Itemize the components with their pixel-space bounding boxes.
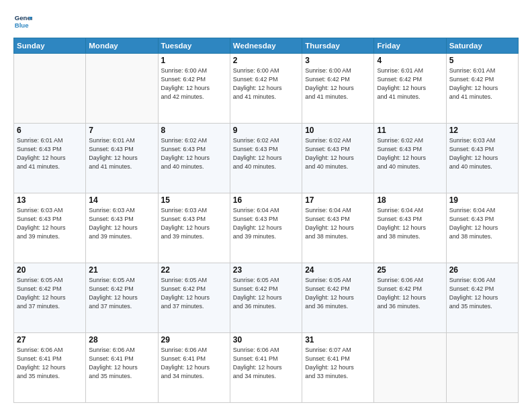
day-number: 8 (161, 126, 227, 135)
calendar-cell: 6Sunrise: 6:01 AM Sunset: 6:43 PM Daylig… (14, 124, 86, 193)
header: General Blue (13, 12, 519, 31)
calendar-cell: 8Sunrise: 6:02 AM Sunset: 6:43 PM Daylig… (158, 124, 230, 193)
calendar-cell (14, 54, 86, 124)
weekday-monday: Monday (86, 38, 158, 54)
day-number: 31 (305, 335, 371, 345)
day-info: Sunrise: 6:06 AM Sunset: 6:42 PM Dayligh… (377, 276, 443, 311)
week-row-4: 20Sunrise: 6:05 AM Sunset: 6:42 PM Dayli… (14, 263, 519, 333)
day-info: Sunrise: 6:05 AM Sunset: 6:42 PM Dayligh… (161, 276, 227, 311)
day-number: 12 (449, 126, 515, 135)
day-number: 9 (233, 126, 299, 135)
calendar-cell: 30Sunrise: 6:06 AM Sunset: 6:41 PM Dayli… (230, 333, 302, 403)
day-number: 29 (161, 335, 227, 345)
weekday-thursday: Thursday (302, 38, 374, 54)
weekday-wednesday: Wednesday (230, 38, 302, 54)
day-info: Sunrise: 6:05 AM Sunset: 6:42 PM Dayligh… (305, 276, 371, 311)
calendar-cell: 27Sunrise: 6:06 AM Sunset: 6:41 PM Dayli… (14, 333, 86, 403)
calendar-cell: 19Sunrise: 6:04 AM Sunset: 6:43 PM Dayli… (446, 193, 518, 263)
week-row-5: 27Sunrise: 6:06 AM Sunset: 6:41 PM Dayli… (14, 333, 519, 403)
day-number: 15 (161, 195, 227, 205)
day-info: Sunrise: 6:05 AM Sunset: 6:42 PM Dayligh… (17, 276, 83, 311)
day-info: Sunrise: 6:03 AM Sunset: 6:43 PM Dayligh… (89, 206, 154, 241)
day-info: Sunrise: 6:01 AM Sunset: 6:42 PM Dayligh… (377, 66, 443, 101)
calendar-cell: 15Sunrise: 6:03 AM Sunset: 6:43 PM Dayli… (158, 193, 230, 263)
calendar-cell: 1Sunrise: 6:00 AM Sunset: 6:42 PM Daylig… (158, 54, 230, 124)
day-number: 16 (233, 195, 299, 205)
calendar-cell: 24Sunrise: 6:05 AM Sunset: 6:42 PM Dayli… (302, 263, 374, 333)
day-number: 14 (89, 195, 154, 205)
day-number: 18 (377, 195, 443, 205)
day-info: Sunrise: 6:01 AM Sunset: 6:43 PM Dayligh… (17, 136, 83, 171)
day-number: 17 (305, 195, 371, 205)
day-number: 2 (233, 56, 299, 65)
day-info: Sunrise: 6:00 AM Sunset: 6:42 PM Dayligh… (233, 66, 299, 101)
weekday-friday: Friday (374, 38, 446, 54)
calendar-cell: 21Sunrise: 6:05 AM Sunset: 6:42 PM Dayli… (86, 263, 158, 333)
calendar-cell: 5Sunrise: 6:01 AM Sunset: 6:42 PM Daylig… (446, 54, 518, 124)
day-number: 10 (305, 126, 371, 135)
calendar-cell: 12Sunrise: 6:03 AM Sunset: 6:43 PM Dayli… (446, 124, 518, 193)
day-info: Sunrise: 6:06 AM Sunset: 6:41 PM Dayligh… (233, 346, 299, 381)
calendar-cell (446, 333, 518, 403)
calendar-cell: 2Sunrise: 6:00 AM Sunset: 6:42 PM Daylig… (230, 54, 302, 124)
calendar-cell: 29Sunrise: 6:06 AM Sunset: 6:41 PM Dayli… (158, 333, 230, 403)
day-number: 27 (17, 335, 83, 345)
day-info: Sunrise: 6:02 AM Sunset: 6:43 PM Dayligh… (233, 136, 299, 171)
calendar-table: SundayMondayTuesdayWednesdayThursdayFrid… (13, 38, 519, 403)
day-number: 25 (377, 265, 443, 275)
calendar-cell: 17Sunrise: 6:04 AM Sunset: 6:43 PM Dayli… (302, 193, 374, 263)
week-row-2: 6Sunrise: 6:01 AM Sunset: 6:43 PM Daylig… (14, 124, 519, 193)
svg-text:Blue: Blue (15, 21, 29, 29)
calendar-cell: 9Sunrise: 6:02 AM Sunset: 6:43 PM Daylig… (230, 124, 302, 193)
calendar-cell (374, 333, 446, 403)
day-number: 30 (233, 335, 299, 345)
day-info: Sunrise: 6:03 AM Sunset: 6:43 PM Dayligh… (17, 206, 83, 241)
day-info: Sunrise: 6:03 AM Sunset: 6:43 PM Dayligh… (161, 206, 227, 241)
week-row-1: 1Sunrise: 6:00 AM Sunset: 6:42 PM Daylig… (14, 54, 519, 124)
weekday-header-row: SundayMondayTuesdayWednesdayThursdayFrid… (14, 38, 519, 54)
day-info: Sunrise: 6:05 AM Sunset: 6:42 PM Dayligh… (89, 276, 154, 311)
calendar-cell: 4Sunrise: 6:01 AM Sunset: 6:42 PM Daylig… (374, 54, 446, 124)
weekday-saturday: Saturday (446, 38, 518, 54)
day-info: Sunrise: 6:00 AM Sunset: 6:42 PM Dayligh… (161, 66, 227, 101)
logo-icon: General Blue (13, 12, 32, 31)
calendar-cell (86, 54, 158, 124)
calendar-cell: 23Sunrise: 6:05 AM Sunset: 6:42 PM Dayli… (230, 263, 302, 333)
day-number: 28 (89, 335, 154, 345)
calendar-cell: 18Sunrise: 6:04 AM Sunset: 6:43 PM Dayli… (374, 193, 446, 263)
day-number: 5 (449, 56, 515, 65)
day-number: 7 (89, 126, 154, 135)
day-info: Sunrise: 6:07 AM Sunset: 6:41 PM Dayligh… (305, 346, 371, 381)
weekday-tuesday: Tuesday (158, 38, 230, 54)
calendar-cell: 13Sunrise: 6:03 AM Sunset: 6:43 PM Dayli… (14, 193, 86, 263)
calendar-page: General Blue SundayMondayTuesdayWednesda… (0, 0, 532, 411)
day-info: Sunrise: 6:02 AM Sunset: 6:43 PM Dayligh… (161, 136, 227, 171)
day-info: Sunrise: 6:04 AM Sunset: 6:43 PM Dayligh… (305, 206, 371, 241)
calendar-cell: 3Sunrise: 6:00 AM Sunset: 6:42 PM Daylig… (302, 54, 374, 124)
day-number: 1 (161, 56, 227, 65)
logo: General Blue (13, 12, 32, 31)
day-info: Sunrise: 6:06 AM Sunset: 6:41 PM Dayligh… (161, 346, 227, 381)
day-number: 13 (17, 195, 83, 205)
calendar-cell: 22Sunrise: 6:05 AM Sunset: 6:42 PM Dayli… (158, 263, 230, 333)
day-info: Sunrise: 6:04 AM Sunset: 6:43 PM Dayligh… (377, 206, 443, 241)
calendar-cell: 7Sunrise: 6:01 AM Sunset: 6:43 PM Daylig… (86, 124, 158, 193)
calendar-cell: 14Sunrise: 6:03 AM Sunset: 6:43 PM Dayli… (86, 193, 158, 263)
calendar-cell: 20Sunrise: 6:05 AM Sunset: 6:42 PM Dayli… (14, 263, 86, 333)
weekday-sunday: Sunday (14, 38, 86, 54)
calendar-cell: 16Sunrise: 6:04 AM Sunset: 6:43 PM Dayli… (230, 193, 302, 263)
calendar-cell: 26Sunrise: 6:06 AM Sunset: 6:42 PM Dayli… (446, 263, 518, 333)
day-number: 20 (17, 265, 83, 275)
day-info: Sunrise: 6:03 AM Sunset: 6:43 PM Dayligh… (449, 136, 515, 171)
day-info: Sunrise: 6:06 AM Sunset: 6:42 PM Dayligh… (449, 276, 515, 311)
day-info: Sunrise: 6:06 AM Sunset: 6:41 PM Dayligh… (89, 346, 154, 381)
day-info: Sunrise: 6:04 AM Sunset: 6:43 PM Dayligh… (233, 206, 299, 241)
week-row-3: 13Sunrise: 6:03 AM Sunset: 6:43 PM Dayli… (14, 193, 519, 263)
calendar-cell: 11Sunrise: 6:02 AM Sunset: 6:43 PM Dayli… (374, 124, 446, 193)
calendar-cell: 25Sunrise: 6:06 AM Sunset: 6:42 PM Dayli… (374, 263, 446, 333)
day-number: 19 (449, 195, 515, 205)
day-info: Sunrise: 6:04 AM Sunset: 6:43 PM Dayligh… (449, 206, 515, 241)
calendar-cell: 28Sunrise: 6:06 AM Sunset: 6:41 PM Dayli… (86, 333, 158, 403)
day-number: 26 (449, 265, 515, 275)
day-info: Sunrise: 6:00 AM Sunset: 6:42 PM Dayligh… (305, 66, 371, 101)
